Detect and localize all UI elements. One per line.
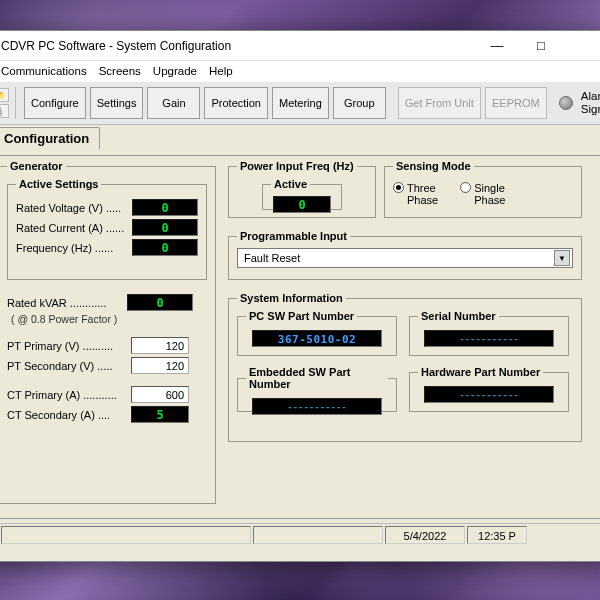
pt-primary-input[interactable]: 120 [131,337,189,354]
ct-primary-input[interactable]: 600 [131,386,189,403]
pif-active-group: Active 0 [262,178,342,210]
generator-group: Generator Active Settings Rated Voltage … [0,160,216,504]
app-window: CDVR PC Software - System Configuration … [0,30,600,562]
print-icon[interactable]: ⎙ [0,104,9,118]
frequency-value: 0 [132,239,198,256]
minimize-button[interactable]: ― [475,32,519,60]
status-time: 12:35 P [467,526,527,544]
gain-button[interactable]: Gain [147,87,200,119]
protection-button[interactable]: Protection [204,87,268,119]
close-button[interactable] [563,32,600,60]
ct-secondary-value: 5 [131,406,189,423]
status-bar: 5/4/2022 12:35 P [0,523,600,545]
tab-page: Generator Active Settings Rated Voltage … [0,155,600,519]
serial-value: ----------- [424,330,554,347]
eeprom-button[interactable]: EEPROM [485,87,547,119]
three-phase-radio[interactable]: ThreePhase [393,182,438,206]
hardware-value: ----------- [424,386,554,403]
menu-upgrade[interactable]: Upgrade [153,65,197,77]
status-date: 5/4/2022 [385,526,465,544]
workspace: Configuration Generator Active Settings … [0,125,600,561]
menu-screens[interactable]: Screens [99,65,141,77]
embedded-sw-legend: Embedded SW Part Number [246,366,388,390]
power-input-freq-group: Power Input Freq (Hz) Active 0 [228,160,376,218]
frequency-label: Frequency (Hz) ...... [16,242,132,254]
rated-current-value: 0 [132,219,198,236]
embedded-sw-value: ----------- [252,398,382,415]
menu-help[interactable]: Help [209,65,233,77]
programmable-input-select[interactable]: Fault Reset ▼ [237,248,573,268]
system-information-legend: System Information [237,292,346,304]
pc-sw-group: PC SW Part Number 367-5010-02 [237,310,397,356]
serial-group: Serial Number ----------- [409,310,569,356]
serial-legend: Serial Number [418,310,499,322]
ct-secondary-label: CT Secondary (A) .... [7,409,131,421]
status-cell-3 [253,526,383,544]
settings-button[interactable]: Settings [90,87,144,119]
open-icon[interactable]: 📂 [0,88,9,102]
radio-icon [460,182,471,193]
programmable-input-group: Programmable Input Fault Reset ▼ [228,230,582,280]
radio-icon [393,182,404,193]
programmable-input-legend: Programmable Input [237,230,350,242]
get-from-unit-button[interactable]: Get From Unit [398,87,481,119]
system-information-group: System Information PC SW Part Number 367… [228,292,582,442]
hardware-legend: Hardware Part Number [418,366,543,378]
pt-secondary-label: PT Secondary (V) ..... [7,360,131,372]
pc-sw-legend: PC SW Part Number [246,310,357,322]
window-title: CDVR PC Software - System Configuration [1,39,231,53]
pif-value: 0 [273,196,331,213]
rated-kvar-label: Rated kVAR ............ [7,297,127,309]
maximize-button[interactable]: □ [519,32,563,60]
tab-configuration[interactable]: Configuration [0,127,100,149]
rated-voltage-label: Rated Voltage (V) ..... [16,202,132,214]
title-bar[interactable]: CDVR PC Software - System Configuration … [0,31,600,61]
rated-current-label: Rated Current (A) ...... [16,222,132,234]
sensing-mode-legend: Sensing Mode [393,160,474,172]
single-phase-radio[interactable]: SinglePhase [460,182,505,206]
metering-button[interactable]: Metering [272,87,329,119]
pc-sw-value: 367-5010-02 [252,330,382,347]
menu-communications[interactable]: Communications [1,65,87,77]
sensing-mode-group: Sensing Mode ThreePhase SinglePhase [384,160,582,218]
active-settings-legend: Active Settings [16,178,101,190]
hardware-group: Hardware Part Number ----------- [409,366,569,412]
rated-kvar-value: 0 [127,294,193,311]
pif-active-legend: Active [271,178,310,190]
programmable-input-value: Fault Reset [244,252,300,264]
active-settings-group: Active Settings Rated Voltage (V) ..... … [7,178,207,280]
generator-legend: Generator [7,160,66,172]
power-input-freq-legend: Power Input Freq (Hz) [237,160,357,172]
alarm-label: AlarSign [581,90,600,115]
embedded-sw-group: Embedded SW Part Number ----------- [237,366,397,412]
pt-primary-label: PT Primary (V) .......... [7,340,131,352]
group-button[interactable]: Group [333,87,386,119]
configure-button[interactable]: Configure [24,87,86,119]
rated-voltage-value: 0 [132,199,198,216]
alarm-led-icon [559,96,573,110]
ct-primary-label: CT Primary (A) ........... [7,389,131,401]
power-factor-note: ( @ 0.8 Power Factor ) [11,313,207,325]
chevron-down-icon: ▼ [554,250,570,266]
status-cell-2 [1,526,251,544]
toolbar: 📂 ⎙ Configure Settings Gain Protection M… [0,81,600,125]
menu-bar: Communications Screens Upgrade Help [0,61,600,81]
pt-secondary-input[interactable]: 120 [131,357,189,374]
